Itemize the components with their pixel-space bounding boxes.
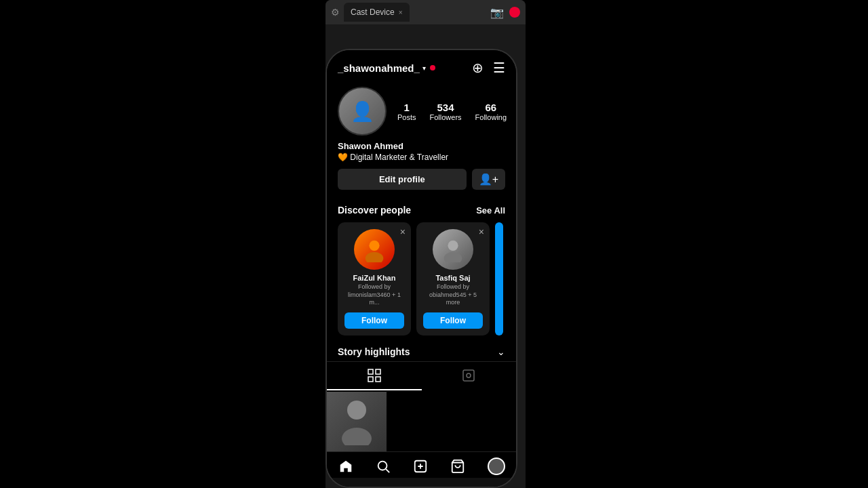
posts-stat[interactable]: 1 Posts — [397, 102, 416, 121]
tab-close-icon[interactable]: × — [399, 9, 403, 16]
profile-bio: 🧡 Digital Marketer & Traveller — [338, 152, 505, 162]
discover-subtext-1: Followed by limonislam3460 + 1 m... — [344, 283, 404, 307]
dropdown-arrow-icon[interactable]: ▾ — [422, 64, 426, 72]
online-status-dot — [430, 65, 435, 70]
discover-card-3-partial — [495, 222, 503, 336]
posts-label: Posts — [397, 113, 416, 121]
svg-rect-6 — [368, 377, 373, 382]
dismiss-card-2-button[interactable]: × — [479, 226, 484, 237]
photo-thumb-1[interactable] — [327, 392, 387, 451]
record-button[interactable] — [509, 7, 520, 18]
followers-label: Followers — [430, 113, 462, 121]
posts-count: 1 — [404, 102, 410, 113]
followers-stat[interactable]: 534 Followers — [430, 102, 462, 121]
settings-icon[interactable]: ⚙ — [331, 7, 340, 18]
username-text: _shawonahmed_ — [338, 62, 420, 74]
highlights-chevron-icon[interactable]: ⌄ — [497, 346, 505, 357]
shop-nav-button[interactable] — [450, 459, 465, 474]
svg-rect-4 — [368, 369, 373, 374]
discover-avatar-1 — [354, 229, 395, 270]
svg-point-12 — [378, 462, 387, 470]
follow-button-2[interactable]: Follow — [423, 312, 483, 329]
svg-point-9 — [467, 373, 471, 378]
dismiss-card-1-button[interactable]: × — [400, 226, 406, 237]
svg-point-2 — [448, 241, 458, 251]
discover-title: Discover people — [338, 205, 411, 216]
follow-button-1[interactable]: Follow — [344, 312, 404, 329]
profile-nav-button[interactable] — [488, 458, 505, 475]
profile-avatar[interactable]: 👤 — [338, 87, 387, 136]
svg-point-11 — [342, 428, 372, 445]
svg-point-0 — [369, 241, 379, 251]
tab-label: Cast Device — [351, 7, 395, 17]
svg-rect-7 — [376, 377, 380, 382]
bio-emoji: 🧡 — [338, 152, 348, 162]
phone-frame: _shawonahmed_ ▾ ⊕ ☰ 👤 1 Posts — [326, 49, 517, 488]
discover-name-2: Tasfiq Saj — [435, 274, 470, 282]
bio-text: Digital Marketer & Traveller — [350, 152, 448, 162]
discover-card-1: × FaiZul Khan Followed by limonislam3460… — [338, 222, 411, 336]
profile-full-name: Shawon Ahmed — [338, 141, 505, 151]
create-nav-button[interactable] — [413, 459, 428, 474]
following-label: Following — [475, 113, 507, 121]
tagged-tab-button[interactable] — [422, 362, 517, 390]
svg-rect-5 — [376, 369, 380, 374]
edit-profile-button[interactable]: Edit profile — [338, 169, 467, 190]
story-highlights-section: Story highlights ⌄ — [327, 341, 516, 361]
android-back-button[interactable]: ◁ — [480, 483, 488, 487]
search-nav-button[interactable] — [376, 459, 391, 474]
discover-people-section: Discover people See All × — [327, 198, 516, 341]
discover-name-1: FaiZul Khan — [353, 274, 396, 282]
add-post-button[interactable]: ⊕ — [472, 60, 484, 76]
profile-stats: 1 Posts 534 Followers 66 Following — [397, 102, 507, 121]
following-stat[interactable]: 66 Following — [475, 102, 507, 121]
profile-section: 👤 1 Posts 534 Followers 66 Following — [327, 81, 516, 198]
grid-tab-button[interactable] — [327, 362, 422, 390]
add-contact-button[interactable]: 👤+ — [472, 169, 505, 190]
menu-button[interactable]: ☰ — [493, 60, 505, 76]
android-menu-button[interactable]: ≡ — [355, 484, 361, 487]
svg-rect-8 — [463, 370, 474, 381]
svg-point-3 — [444, 252, 462, 262]
instagram-app: _shawonahmed_ ▾ ⊕ ☰ 👤 1 Posts — [327, 50, 516, 487]
followers-count: 534 — [437, 102, 454, 113]
android-home-button[interactable]: ○ — [417, 484, 424, 487]
svg-point-1 — [366, 252, 384, 262]
svg-point-10 — [347, 401, 366, 420]
see-all-link[interactable]: See All — [476, 205, 505, 216]
browser-tab[interactable]: Cast Device × — [344, 3, 410, 22]
photo-grid — [327, 390, 516, 451]
android-navigation-bar: ≡ ○ ◁ — [327, 478, 516, 487]
discover-card-2: × Tasfiq Saj Followed by obiahmed545 + 5… — [416, 222, 490, 336]
discover-subtext-2: Followed by obiahmed545 + 5 more — [423, 283, 483, 307]
camera-icon[interactable]: 📷 — [490, 6, 504, 19]
svg-line-13 — [386, 469, 389, 472]
profile-nav-avatar — [488, 458, 505, 475]
home-nav-button[interactable] — [338, 459, 353, 474]
content-tab-bar — [327, 361, 516, 390]
following-count: 66 — [485, 102, 496, 113]
discover-avatar-2 — [433, 229, 473, 270]
bottom-navigation — [327, 451, 516, 478]
highlights-title: Story highlights — [338, 346, 410, 357]
profile-header: _shawonahmed_ ▾ ⊕ ☰ — [327, 50, 516, 81]
